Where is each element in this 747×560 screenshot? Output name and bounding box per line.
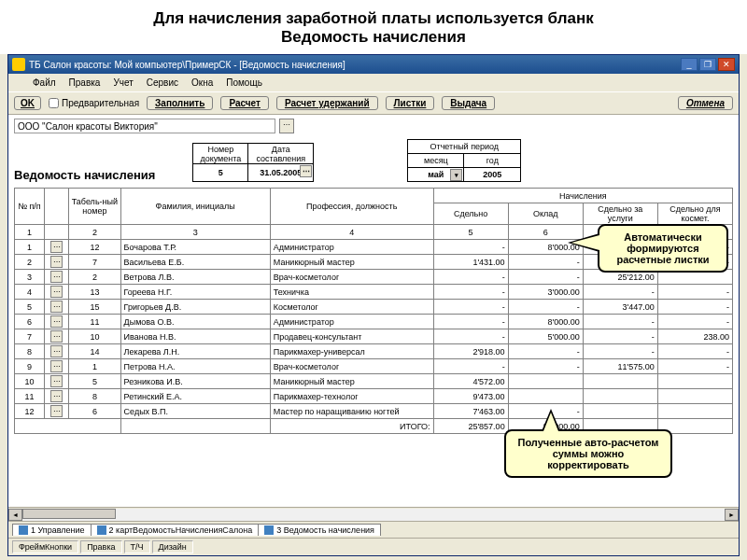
titlebar: ТБ Салон красоты: Мой компьютер\ПримерСК… (8, 55, 739, 74)
month-dropdown-icon[interactable]: ▾ (450, 169, 462, 181)
status-edit: Правка (80, 540, 121, 553)
close-button[interactable]: ✕ (718, 58, 735, 71)
callout-auto-sheets: Автоматически формируются расчетные лист… (598, 224, 728, 273)
row-lookup-button[interactable]: ⋯ (50, 375, 63, 387)
date-label: Дата составления (248, 144, 313, 164)
payout-button[interactable]: Выдача (442, 96, 495, 110)
fill-button[interactable]: Заполнить (147, 96, 213, 110)
col-num: № п/п (15, 189, 45, 225)
tab-sheet[interactable]: 3 Ведомость начисления (258, 524, 381, 536)
menubar: Файл Правка Учет Сервис Окна Помощь (8, 74, 739, 91)
calc-button[interactable]: Расчет (220, 96, 269, 110)
table-row[interactable]: 12 ⋯ 6 Седых В.П. Мастер по наращиванию … (15, 404, 733, 419)
scroll-left-button[interactable]: ◄ (8, 509, 22, 521)
scrollbar-horizontal[interactable]: ◄ ► (8, 507, 739, 521)
titlebar-text: ТБ Салон красоты: Мой компьютер\ПримерСК… (29, 60, 681, 70)
date-picker-button[interactable]: ⋯ (300, 165, 312, 177)
table-row[interactable]: 5 ⋯ 15 Григорьев Д.В. Косметолог - - 3'4… (15, 300, 733, 315)
row-lookup-button[interactable]: ⋯ (50, 256, 63, 268)
scroll-track[interactable] (22, 509, 725, 521)
window-buttons: _ ❐ ✕ (681, 58, 735, 71)
col-dots (45, 189, 69, 225)
table-row[interactable]: 10 ⋯ 5 Резникова И.В. Маникюрный мастер … (15, 374, 733, 389)
tab-control[interactable]: 1 Управление (12, 524, 92, 536)
table-row[interactable]: 11 ⋯ 8 Ретинский Е.А. Парикмахер-техноло… (15, 389, 733, 404)
status-tc: Т/Ч (124, 540, 150, 553)
num-label: Номер документа (193, 144, 247, 164)
menu-account[interactable]: Учет (107, 76, 138, 90)
period-group: Отчетный период месяц май ▾ год 2005 (407, 139, 521, 182)
menu-icon (12, 76, 25, 89)
tab-icon (97, 525, 106, 535)
scroll-thumb[interactable] (22, 509, 116, 519)
year-value[interactable]: 2005 (464, 168, 520, 181)
doc-title: Ведомость начисления (14, 168, 155, 182)
menu-service[interactable]: Сервис (141, 76, 184, 90)
row-lookup-button[interactable]: ⋯ (50, 405, 63, 417)
num-value[interactable]: 5 (193, 164, 247, 181)
preview-checkbox-input[interactable] (49, 98, 59, 108)
row-lookup-button[interactable]: ⋯ (50, 345, 63, 357)
table-row[interactable]: 4 ⋯ 13 Гореева Н.Г. Техничка - 3'000.00 … (15, 285, 733, 300)
sheets-button[interactable]: Листки (386, 96, 435, 110)
status-bar: ФреймКнопки Правка Т/Ч Дизайн (8, 538, 739, 555)
totals-label: ИТОГО: (270, 419, 433, 434)
col-accruals: Начисления (433, 189, 732, 203)
status-frame: ФреймКнопки (12, 540, 78, 553)
menu-help[interactable]: Помощь (220, 76, 268, 90)
menu-edit[interactable]: Правка (63, 76, 106, 90)
row-lookup-button[interactable]: ⋯ (50, 241, 63, 253)
row-lookup-button[interactable]: ⋯ (50, 360, 63, 372)
period-label: Отчетный период (408, 140, 520, 154)
slide-title-1: Для начисления заработной платы использу… (19, 9, 728, 28)
slide-title-2: Ведомость начисления (19, 28, 728, 47)
row-lookup-button[interactable]: ⋯ (50, 301, 63, 313)
app-window: ТБ Салон красоты: Мой компьютер\ПримерСК… (7, 54, 740, 556)
app-icon (12, 58, 25, 71)
org-input[interactable] (14, 119, 275, 133)
col-piece-serv: Сдельно за услуги (583, 203, 657, 225)
scroll-right-button[interactable]: ► (725, 509, 739, 521)
date-value[interactable]: 31.05.2005 ⋯ (248, 164, 313, 181)
ok-button[interactable]: OK (14, 96, 41, 110)
callout-correction: Полученные авто-расчетом суммы можно кор… (504, 429, 672, 478)
row-lookup-button[interactable]: ⋯ (50, 286, 63, 298)
month-label: месяц (408, 154, 463, 168)
status-design: Дизайн (152, 540, 193, 553)
menu-windows[interactable]: Окна (186, 76, 218, 90)
tab-card[interactable]: 2 картВедомостьНачисленияСалона (91, 524, 260, 536)
org-row: ⋯ (14, 119, 733, 133)
col-piece: Сдельно (433, 203, 508, 225)
slide-title: Для начисления заработной платы использу… (0, 0, 747, 54)
menu-file[interactable]: Файл (27, 76, 62, 90)
preview-label: Предварительная (62, 98, 139, 108)
col-salary: Оклад (508, 203, 583, 225)
maximize-button[interactable]: ❐ (699, 58, 716, 71)
col-name: Фамилия, инициалы (120, 189, 270, 225)
col-tab: Табель-ный номер (69, 189, 120, 225)
toolbar: OK Предварительная Заполнить Расчет Расч… (8, 91, 739, 115)
org-lookup-button[interactable]: ⋯ (279, 119, 294, 133)
table-row[interactable]: 7 ⋯ 10 Иванова Н.В. Продавец-консультант… (15, 329, 733, 344)
tabs-bar: 1 Управление 2 картВедомостьНачисленияСа… (8, 521, 739, 538)
header-section: Ведомость начисления Номер документа 5 Д… (14, 139, 733, 182)
doc-number-date: Номер документа 5 Дата составления 31.05… (192, 143, 314, 182)
preview-checkbox[interactable]: Предварительная (49, 98, 139, 108)
calc-deductions-button[interactable]: Расчет удержаний (276, 96, 378, 110)
totals-c1: 25'857.00 (433, 419, 508, 434)
row-lookup-button[interactable]: ⋯ (50, 315, 63, 328)
tab-icon (19, 525, 28, 535)
table-row[interactable]: 8 ⋯ 14 Лекарева Л.Н. Парикмахер-универса… (15, 344, 733, 359)
col-prof: Профессия, должность (270, 189, 433, 225)
row-lookup-button[interactable]: ⋯ (50, 271, 63, 283)
table-row[interactable]: 6 ⋯ 11 Дымова О.В. Администратор - 8'000… (15, 315, 733, 329)
month-value[interactable]: май ▾ (408, 168, 463, 181)
row-lookup-button[interactable]: ⋯ (50, 390, 63, 402)
cancel-button[interactable]: Отмена (678, 96, 733, 110)
tab-icon (264, 525, 274, 535)
minimize-button[interactable]: _ (681, 58, 698, 71)
table-row[interactable]: 9 ⋯ 1 Петрова Н.А. Врач-косметолог - - 1… (15, 359, 733, 374)
row-lookup-button[interactable]: ⋯ (50, 330, 63, 343)
col-piece-cosm: Сдельно для космет. (657, 203, 732, 225)
year-label: год (464, 154, 520, 168)
